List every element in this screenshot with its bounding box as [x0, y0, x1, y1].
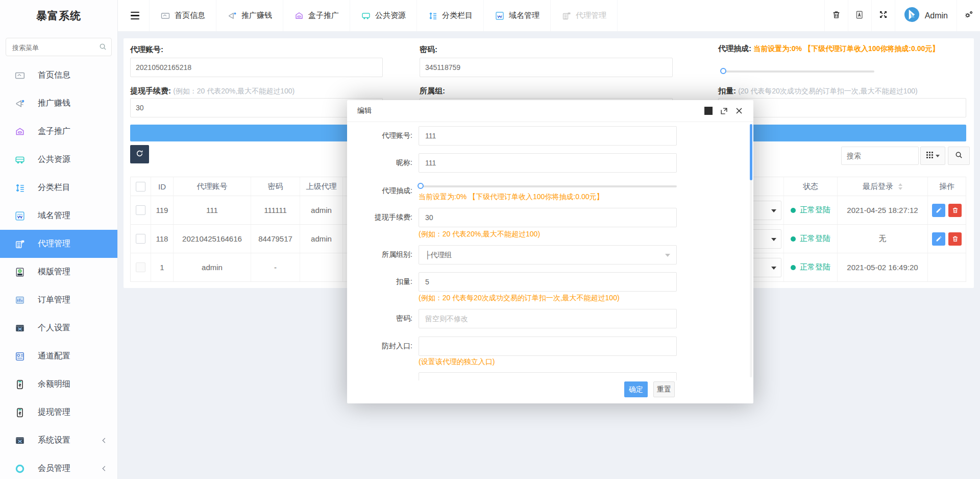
tab-category[interactable]: 分类栏目 — [417, 0, 484, 31]
tab-box-promote[interactable]: 盒子推广 — [283, 0, 350, 31]
edit-row-button[interactable] — [932, 204, 945, 217]
tab-label: 首页信息 — [175, 11, 205, 20]
cell-password: 111111 — [251, 196, 300, 224]
agent-account-input[interactable] — [130, 58, 383, 77]
menu-toggle-button[interactable] — [117, 0, 149, 31]
top-navbar: 首页信息 推广赚钱 盒子推广 公共资源 分类栏目 域名管理 — [117, 0, 980, 32]
sidebar-item-template[interactable]: 模版管理 — [0, 258, 117, 286]
cell-account: 20210425164616 — [174, 225, 251, 253]
language-button[interactable] — [848, 0, 871, 31]
password-input[interactable] — [420, 58, 673, 77]
modal-deduct-input[interactable] — [419, 272, 677, 292]
slider-knob[interactable] — [720, 68, 726, 74]
sidebar-item-label: 代理管理 — [38, 238, 70, 249]
sidebar-item-label: 会员管理 — [38, 463, 70, 474]
tab-agent[interactable]: 代理管理 — [551, 0, 618, 31]
deduct-input[interactable] — [718, 98, 966, 117]
sidebar-search-input[interactable] — [11, 39, 95, 56]
tab-promote-earn[interactable]: 推广赚钱 — [216, 0, 283, 31]
delete-row-button[interactable] — [948, 232, 962, 246]
close-button[interactable] — [735, 107, 743, 115]
minimize-button[interactable] — [704, 107, 713, 115]
clear-cache-button[interactable] — [824, 0, 848, 31]
modal-entry-input[interactable] — [419, 337, 677, 356]
scrollbar-thumb[interactable] — [750, 124, 752, 180]
bus-icon — [15, 155, 25, 165]
modal-password-input[interactable] — [419, 309, 677, 328]
maximize-button[interactable] — [720, 107, 728, 115]
avatar — [904, 7, 920, 25]
delete-row-button[interactable] — [948, 204, 962, 217]
sidebar-item-balance[interactable]: 余额明细 — [0, 370, 117, 398]
sidebar-item-orders[interactable]: 订单管理 — [0, 286, 117, 314]
agent-list-icon — [15, 239, 25, 249]
agent-account-label: 代理账号: — [130, 45, 163, 55]
username: Admin — [925, 11, 948, 20]
tab-public-resource[interactable]: 公共资源 — [350, 0, 417, 31]
sidebar-item-promote-earn[interactable]: 推广赚钱 — [0, 89, 117, 117]
slider-knob[interactable] — [418, 183, 424, 189]
edit-row-button[interactable] — [932, 232, 945, 246]
nav-tabs: 首页信息 推广赚钱 盒子推广 公共资源 分类栏目 域名管理 — [149, 0, 618, 31]
sidebar-item-box-promote[interactable]: 盒子推广 — [0, 117, 117, 146]
modal-footer: 确定 重置 — [347, 380, 753, 399]
fullscreen-button[interactable] — [871, 0, 895, 31]
sidebar-item-label: 个人设置 — [38, 323, 70, 333]
tab-domain[interactable]: 域名管理 — [484, 0, 551, 31]
tab-label: 推广赚钱 — [241, 11, 272, 20]
col-last-login: 最后登录 — [838, 177, 928, 196]
user-menu[interactable]: Admin — [895, 0, 957, 31]
col-actions: 操作 — [928, 177, 966, 196]
sidebar-menu: 首页信息 推广赚钱 盒子推广 公共资源 分类栏目 域名管理 — [0, 61, 117, 479]
select-all-checkbox[interactable] — [136, 182, 145, 191]
tab-label: 分类栏目 — [442, 11, 473, 20]
modal-nick-input[interactable] — [419, 153, 677, 173]
modal-extra-input[interactable] — [419, 372, 677, 380]
refresh-button[interactable] — [130, 145, 149, 163]
modal-scrollbar[interactable] — [750, 124, 752, 377]
row-checkbox-disabled — [136, 262, 145, 272]
sidebar-item-withdraw[interactable]: 提现管理 — [0, 398, 117, 426]
sidebar-item-label: 盒子推广 — [38, 126, 70, 137]
confirm-button[interactable]: 确定 — [624, 381, 648, 397]
sidebar-item-home-info[interactable]: 首页信息 — [0, 61, 117, 89]
sidebar-item-label: 推广赚钱 — [38, 98, 70, 109]
status-badge: 正常登陆 — [800, 205, 830, 215]
refresh-icon — [136, 150, 143, 159]
row-checkbox[interactable] — [136, 234, 145, 244]
reset-button[interactable]: 重置 — [653, 381, 675, 397]
sidebar-item-channel[interactable]: 通道配置 — [0, 342, 117, 370]
sidebar-item-label: 余额明细 — [38, 379, 70, 390]
fee-input[interactable] — [130, 98, 383, 117]
columns-toggle-button[interactable] — [920, 147, 945, 165]
table-search-input[interactable] — [841, 147, 919, 165]
sidebar-item-public-resource[interactable]: 公共资源 — [0, 146, 117, 174]
tab-home-info[interactable]: 首页信息 — [149, 0, 216, 31]
sidebar-item-agent[interactable]: 代理管理 — [0, 230, 117, 258]
sidebar-item-label: 系统设置 — [38, 435, 70, 446]
sidebar-item-personal[interactable]: 个人设置 — [0, 314, 117, 342]
sidebar-item-system[interactable]: 系统设置 — [0, 426, 117, 454]
sidebar-item-label: 公共资源 — [38, 154, 70, 165]
sidebar-item-members[interactable]: 会员管理 — [0, 454, 117, 479]
modal-commission-slider[interactable] — [419, 185, 677, 187]
sidebar-item-domain[interactable]: 域名管理 — [0, 202, 117, 230]
domain-icon — [15, 211, 25, 221]
status-dot — [791, 236, 796, 242]
money-phone-icon — [15, 379, 25, 390]
cell-password: 84479517 — [251, 225, 300, 253]
col-password: 密码 — [251, 177, 300, 196]
modal-fee-input[interactable] — [419, 208, 677, 227]
settings-button[interactable] — [957, 0, 980, 31]
row-checkbox[interactable] — [136, 205, 145, 215]
modal-entry-label: 防封入口: — [354, 342, 412, 351]
table-search-button[interactable] — [948, 147, 970, 165]
commission-slider[interactable] — [721, 70, 874, 73]
sort-toggle[interactable] — [898, 181, 902, 192]
tools-window-icon — [15, 323, 25, 333]
sidebar: 暴富系统 首页信息 推广赚钱 盒子推广 公共资源 — [0, 0, 118, 479]
modal-body: 代理账号: 昵称: 代理抽成: 当前设置为:0% 【下级代理订单收入100你将抽… — [347, 122, 753, 380]
sidebar-item-category[interactable]: 分类栏目 — [0, 174, 117, 202]
modal-account-input[interactable] — [419, 126, 677, 146]
modal-group-select[interactable]: ├代理组 — [419, 245, 677, 265]
